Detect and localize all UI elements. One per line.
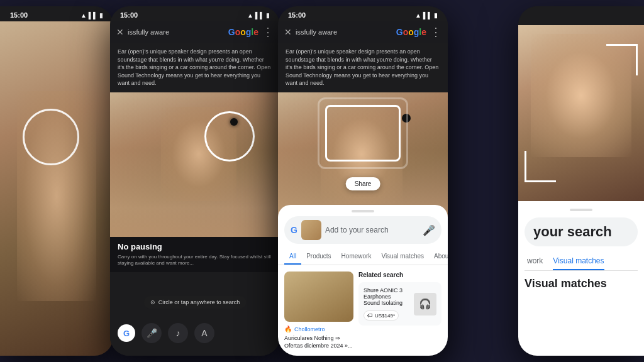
translate-icon-left: A [201,328,207,338]
phone-center: 15:00 ▲ ▌▌ ▮ ✕ issfully aware Google ⋮ E… [278,6,448,356]
app-bar-center: ✕ issfully aware Google ⋮ [278,21,448,43]
price-value: US$149* [375,313,395,319]
seller-name[interactable]: Chollometro [294,326,325,332]
status-bar-left-partial: 15:00 ▲ ▌▌ ▮ [0,6,113,21]
g-letter-2: o [235,27,241,37]
seller-row: 🔥 Chollometro [284,326,353,332]
phone-left-partial: 15:00 ▲ ▌▌ ▮ [0,6,113,356]
battery-icon-center: ▮ [434,12,438,19]
tab-about[interactable]: About t [429,249,448,265]
phone-right: your search work Visual matches Visual m… [518,6,644,356]
g-letter-6: e [253,27,258,37]
circle-overlay-left [204,111,255,162]
search-bar-right[interactable]: your search [525,217,638,246]
price-badge-wrapper: 🏷 US$149* [364,309,409,321]
tab-products[interactable]: Products [301,249,336,265]
status-bar-center: 15:00 ▲ ▌▌ ▮ [278,6,448,21]
article-text-center: Ear (open)'s unique speaker design prese… [278,43,448,92]
product-name: Shure AONIC 3 Earphones Sound Isolating [364,287,409,306]
close-icon-center[interactable]: ✕ [284,27,292,37]
tab-visual-matches[interactable]: Visual matches [376,249,429,265]
search-text-right: your search [533,224,612,239]
g-letter-3: o [240,27,246,37]
img-bg-left [110,92,280,237]
article-text-left: Ear (open)'s unique speaker design prese… [110,43,280,92]
google-logo-left: Google [228,27,258,37]
wifi-icon-center: ▲ [415,12,421,19]
product-info: Shure AONIC 3 Earphones Sound Isolating … [364,287,409,321]
result-thumbnail [284,272,353,322]
tabs-row-right: work Visual matches [525,253,638,271]
music-icon-left: ♪ [176,328,180,338]
results-area: 🔥 Chollometro Auriculares Nothing ⇒ Ofer… [278,265,448,356]
phone-bottom-left: No pausing Carry on with you throughout … [110,237,280,272]
image-area-left [110,92,280,237]
close-icon-left[interactable]: ✕ [116,27,124,37]
headphone-icon: 🎧 [419,298,431,310]
site-label-left: issfully aware [128,28,225,36]
result-right: Related search Shure AONIC 3 Earphones S… [358,272,441,349]
status-bar-left: 15:00 ▲ ▌▌ ▮ [110,6,280,21]
wifi-icon-left: ▲ [80,12,87,19]
bottom-sheet: G Add to your search 🎤 All Products Home… [278,205,448,356]
tab-visual-matches-right[interactable]: Visual matches [553,253,604,270]
battery-icon-left-main: ▮ [266,12,270,19]
mic-button-left[interactable]: 🎤 [142,323,162,343]
no-pausing-title: No pausing [118,242,272,251]
signal-icon-left: ▌▌ [89,12,97,19]
battery-icon-left: ▮ [99,12,103,19]
product-card[interactable]: Shure AONIC 3 Earphones Sound Isolating … [358,282,441,326]
status-icons-center: ▲ ▌▌ ▮ [415,12,438,19]
more-icon-center[interactable]: ⋮ [430,25,441,39]
mic-icon-sheet[interactable]: 🎤 [423,224,435,236]
search-input-text[interactable]: Add to your search [325,226,419,234]
result-left: 🔥 Chollometro Auriculares Nothing ⇒ Ofer… [284,272,353,349]
signal-icon-center: ▌▌ [423,12,432,19]
tab-all[interactable]: All [284,249,301,265]
g-letter-1: G [228,27,235,37]
tabs-row: All Products Homework Visual matches Abo… [278,249,448,265]
product-image: 🎧 [414,293,436,315]
search-input-row[interactable]: G Add to your search 🎤 [284,216,441,244]
google-g-sheet: G [291,225,297,235]
time-center: 15:00 [288,11,306,19]
left-partial-image [0,21,113,356]
search-thumbnail [301,220,321,240]
google-logo-center: Google [396,27,426,37]
share-button[interactable]: Share [346,177,380,190]
status-icons-left: ▲ ▌▌ ▮ [247,12,270,19]
related-search-title: Related search [358,272,441,278]
app-bar-left: ✕ issfully aware Google ⋮ [110,21,280,43]
status-bar-right [518,6,644,25]
phone-left: 15:00 ▲ ▌▌ ▮ ✕ issfully aware Google ⋮ E… [110,6,280,356]
translate-button-left[interactable]: A [194,323,214,343]
time-left: 15:00 [120,11,138,19]
tab-work-right[interactable]: work [527,253,543,270]
sheet-handle [352,210,374,212]
image-area-right [518,25,644,201]
tab-homework[interactable]: Homework [336,249,377,265]
lens-frame-center [325,105,401,162]
signal-icon-left-main: ▌▌ [255,12,264,19]
corner-bracket-top-right [606,44,638,75]
bottom-section-right: your search work Visual matches Visual m… [518,201,644,356]
more-icon-left[interactable]: ⋮ [262,25,274,39]
sheet-handle-right [570,209,592,211]
wifi-icon-left-main: ▲ [247,12,253,19]
music-button-left[interactable]: ♪ [168,323,188,343]
price-badge: 🏷 US$149* [364,310,399,321]
thumb-bg [284,272,353,322]
bottom-search-bar-left[interactable]: G 🎤 ♪ A [110,317,280,356]
fire-icon: 🔥 [284,326,292,332]
lens-circle-left [23,109,79,165]
product-title-below: Auriculares Nothing ⇒ Ofertas diciembre … [284,335,353,349]
mic-icon-left: 🎤 [147,328,157,338]
lens-icon: ⊙ [150,299,155,305]
status-icons-left-partial: ▲ ▌▌ ▮ [80,12,103,19]
google-g-button[interactable]: G [118,324,135,342]
phone-body-text-left: Carry on with you throughout your entire… [118,254,272,267]
google-g-letter: G [123,329,130,338]
price-tag-icon: 🏷 [367,312,373,319]
circle-tap-message: ⊙ Circle or tap anywhere to search [144,296,247,309]
site-label-center: issfully aware [296,28,392,36]
